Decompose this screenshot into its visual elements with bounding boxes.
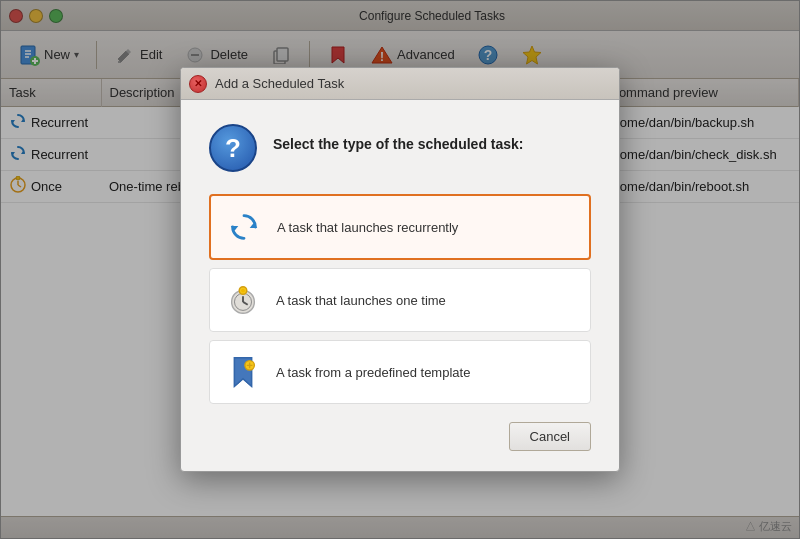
svg-point-32 bbox=[241, 289, 245, 293]
recurrent-option-icon bbox=[225, 208, 263, 246]
recurrent-option-label: A task that launches recurrently bbox=[277, 220, 458, 235]
dialog-footer: Cancel bbox=[209, 422, 591, 451]
dialog-titlebar: ✕ Add a Scheduled Task bbox=[181, 68, 619, 100]
dialog-prompt: Select the type of the scheduled task: bbox=[273, 124, 524, 152]
once-option-icon bbox=[224, 281, 262, 319]
once-option-button[interactable]: A task that launches one time bbox=[209, 268, 591, 332]
dialog-close-button[interactable]: ✕ bbox=[189, 75, 207, 93]
task-options: A task that launches recurrently bbox=[209, 194, 591, 404]
question-icon: ? bbox=[209, 124, 257, 172]
template-option-icon bbox=[224, 353, 262, 391]
template-option-label: A task from a predefined template bbox=[276, 365, 470, 380]
dialog-header-row: ? Select the type of the scheduled task: bbox=[209, 124, 591, 172]
cancel-button[interactable]: Cancel bbox=[509, 422, 591, 451]
recurrent-option-button[interactable]: A task that launches recurrently bbox=[209, 194, 591, 260]
modal-overlay: ✕ Add a Scheduled Task ? Select the type… bbox=[0, 0, 800, 539]
once-option-label: A task that launches one time bbox=[276, 293, 446, 308]
dialog-title: Add a Scheduled Task bbox=[215, 76, 344, 91]
add-task-dialog: ✕ Add a Scheduled Task ? Select the type… bbox=[180, 67, 620, 472]
dialog-body: ? Select the type of the scheduled task: bbox=[181, 100, 619, 471]
template-option-button[interactable]: A task from a predefined template bbox=[209, 340, 591, 404]
